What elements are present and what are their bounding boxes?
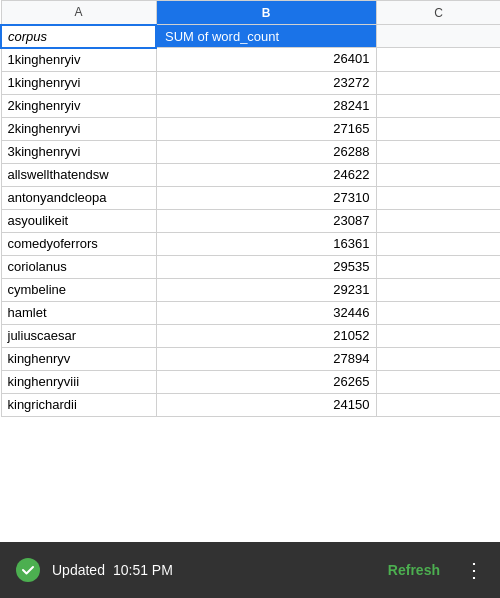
corpus-cell: 2kinghenryiv bbox=[1, 94, 156, 117]
wordcount-cell: 16361 bbox=[156, 232, 376, 255]
table-row: antonyandcleopa27310 bbox=[1, 186, 500, 209]
table-row: 1kinghenryiv26401 bbox=[1, 48, 500, 72]
corpus-cell: comedyoferrors bbox=[1, 232, 156, 255]
corpus-cell: kingrichardii bbox=[1, 393, 156, 416]
check-icon bbox=[16, 558, 40, 582]
empty-cell-c bbox=[376, 301, 500, 324]
empty-cell-c bbox=[376, 255, 500, 278]
wordcount-cell: 32446 bbox=[156, 301, 376, 324]
empty-cell-c bbox=[376, 370, 500, 393]
empty-cell-c bbox=[376, 48, 500, 72]
wordcount-cell: 27894 bbox=[156, 347, 376, 370]
toast-notification: Updated 10:51 PM Refresh ⋮ bbox=[0, 542, 500, 598]
empty-cell-c bbox=[376, 393, 500, 416]
wordcount-cell: 21052 bbox=[156, 324, 376, 347]
toast-text: Updated 10:51 PM bbox=[52, 562, 376, 578]
wordcount-header: SUM of word_count bbox=[156, 25, 376, 48]
corpus-cell: 2kinghenryvi bbox=[1, 117, 156, 140]
wordcount-cell: 26401 bbox=[156, 48, 376, 72]
empty-cell-c bbox=[376, 186, 500, 209]
empty-header-c bbox=[376, 25, 500, 48]
col-c-header: C bbox=[376, 1, 500, 25]
corpus-cell: allswellthatendsw bbox=[1, 163, 156, 186]
corpus-cell: coriolanus bbox=[1, 255, 156, 278]
empty-cell-c bbox=[376, 278, 500, 301]
spreadsheet: A B C corpus SUM of word_count 1kinghenr… bbox=[0, 0, 500, 417]
table-row: cymbeline29231 bbox=[1, 278, 500, 301]
empty-cell-c bbox=[376, 324, 500, 347]
more-options-button[interactable]: ⋮ bbox=[464, 558, 484, 582]
empty-cell-c bbox=[376, 140, 500, 163]
empty-cell-c bbox=[376, 232, 500, 255]
corpus-cell: antonyandcleopa bbox=[1, 186, 156, 209]
corpus-header: corpus bbox=[1, 25, 156, 48]
wordcount-cell: 23272 bbox=[156, 71, 376, 94]
table-row: comedyoferrors16361 bbox=[1, 232, 500, 255]
corpus-cell: kinghenryviii bbox=[1, 370, 156, 393]
empty-cell-c bbox=[376, 117, 500, 140]
table-row: kinghenryv27894 bbox=[1, 347, 500, 370]
table-row: kingrichardii24150 bbox=[1, 393, 500, 416]
table-row: 1kinghenryvi23272 bbox=[1, 71, 500, 94]
table-row: allswellthatendsw24622 bbox=[1, 163, 500, 186]
empty-cell-c bbox=[376, 94, 500, 117]
col-a-header: A bbox=[1, 1, 156, 25]
table-row: 2kinghenryiv28241 bbox=[1, 94, 500, 117]
table-row: juliuscaesar21052 bbox=[1, 324, 500, 347]
wordcount-cell: 28241 bbox=[156, 94, 376, 117]
corpus-cell: 1kinghenryiv bbox=[1, 48, 156, 72]
empty-cell-c bbox=[376, 163, 500, 186]
wordcount-cell: 24150 bbox=[156, 393, 376, 416]
toast-updated-label: Updated bbox=[52, 562, 105, 578]
corpus-cell: hamlet bbox=[1, 301, 156, 324]
corpus-cell: 3kinghenryvi bbox=[1, 140, 156, 163]
empty-cell-c bbox=[376, 71, 500, 94]
table-row: hamlet32446 bbox=[1, 301, 500, 324]
toast-time: 10:51 PM bbox=[113, 562, 173, 578]
empty-cell-c bbox=[376, 209, 500, 232]
wordcount-cell: 29535 bbox=[156, 255, 376, 278]
empty-cell-c bbox=[376, 347, 500, 370]
wordcount-cell: 26288 bbox=[156, 140, 376, 163]
corpus-cell: 1kinghenryvi bbox=[1, 71, 156, 94]
wordcount-cell: 23087 bbox=[156, 209, 376, 232]
wordcount-cell: 26265 bbox=[156, 370, 376, 393]
refresh-button[interactable]: Refresh bbox=[388, 562, 440, 578]
corpus-cell: juliuscaesar bbox=[1, 324, 156, 347]
pivot-header-row: corpus SUM of word_count bbox=[1, 25, 500, 48]
wordcount-cell: 29231 bbox=[156, 278, 376, 301]
corpus-cell: asyoulikeit bbox=[1, 209, 156, 232]
wordcount-cell: 27310 bbox=[156, 186, 376, 209]
table-row: 2kinghenryvi27165 bbox=[1, 117, 500, 140]
table-row: kinghenryviii26265 bbox=[1, 370, 500, 393]
col-b-header: B bbox=[156, 1, 376, 25]
table-row: asyoulikeit23087 bbox=[1, 209, 500, 232]
table-row: 3kinghenryvi26288 bbox=[1, 140, 500, 163]
wordcount-cell: 27165 bbox=[156, 117, 376, 140]
wordcount-cell: 24622 bbox=[156, 163, 376, 186]
table-row: coriolanus29535 bbox=[1, 255, 500, 278]
corpus-cell: kinghenryv bbox=[1, 347, 156, 370]
corpus-cell: cymbeline bbox=[1, 278, 156, 301]
